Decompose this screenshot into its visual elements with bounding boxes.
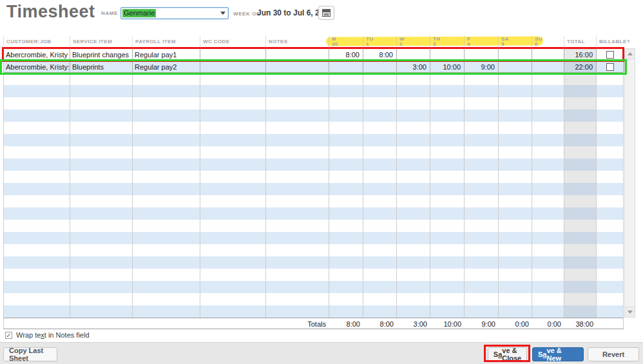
cell-day-su[interactable] bbox=[532, 146, 564, 158]
cell-day-th[interactable] bbox=[430, 158, 465, 171]
cell-wc-code[interactable] bbox=[200, 281, 266, 293]
cell-day-m[interactable] bbox=[329, 183, 363, 195]
cell-day-w[interactable] bbox=[397, 195, 430, 207]
cell-day-w[interactable] bbox=[397, 97, 430, 110]
cell-day-th[interactable] bbox=[430, 73, 465, 85]
cell-day-sa[interactable] bbox=[499, 146, 532, 158]
cell-service-item[interactable] bbox=[70, 171, 133, 183]
cell-day-tu[interactable] bbox=[363, 232, 397, 244]
cell-day-sa[interactable] bbox=[499, 49, 532, 60]
cell-day-w[interactable]: 3:00 bbox=[397, 61, 430, 72]
cell-notes[interactable] bbox=[266, 110, 329, 122]
cell-day-th[interactable] bbox=[430, 122, 465, 134]
cell-day-tu[interactable] bbox=[363, 110, 397, 122]
cell-day-su[interactable] bbox=[532, 85, 564, 97]
cell-payroll-item[interactable] bbox=[133, 269, 200, 281]
cell-customer-job[interactable] bbox=[4, 256, 70, 269]
cell-wc-code[interactable] bbox=[200, 183, 266, 195]
cell-service-item[interactable]: Blueprint changes bbox=[70, 49, 133, 60]
cell-day-tu[interactable] bbox=[363, 269, 397, 281]
cell-day-sa[interactable] bbox=[499, 110, 532, 122]
cell-notes[interactable] bbox=[266, 49, 329, 60]
cell-payroll-item[interactable] bbox=[133, 195, 200, 207]
cell-payroll-item[interactable] bbox=[133, 293, 200, 305]
cell-day-f[interactable] bbox=[465, 293, 499, 305]
cell-day-su[interactable] bbox=[532, 195, 564, 207]
cell-customer-job[interactable] bbox=[4, 134, 70, 146]
cell-day-su[interactable] bbox=[532, 61, 564, 72]
cell-day-m[interactable] bbox=[329, 85, 363, 97]
cell-service-item[interactable] bbox=[70, 158, 133, 171]
cell-day-m[interactable] bbox=[329, 244, 363, 256]
cell-day-f[interactable] bbox=[465, 158, 499, 171]
cell-day-sa[interactable] bbox=[499, 97, 532, 110]
billable-checkbox[interactable] bbox=[606, 51, 614, 59]
cell-customer-job[interactable] bbox=[4, 195, 70, 207]
cell-day-w[interactable] bbox=[397, 305, 430, 318]
cell-day-tu[interactable]: 8:00 bbox=[363, 49, 397, 60]
cell-day-th[interactable] bbox=[430, 195, 465, 207]
cell-day-su[interactable] bbox=[532, 171, 564, 183]
cell-payroll-item[interactable] bbox=[133, 256, 200, 269]
name-combobox[interactable]: Genmarie bbox=[120, 7, 229, 19]
cell-payroll-item[interactable] bbox=[133, 281, 200, 293]
cell-day-sa[interactable] bbox=[499, 85, 532, 97]
cell-wc-code[interactable] bbox=[200, 171, 266, 183]
cell-day-th[interactable] bbox=[430, 293, 465, 305]
cell-day-su[interactable] bbox=[532, 49, 564, 60]
cell-day-m[interactable] bbox=[329, 110, 363, 122]
cell-day-tu[interactable] bbox=[363, 293, 397, 305]
cell-service-item[interactable] bbox=[70, 232, 133, 244]
cell-day-th[interactable] bbox=[430, 183, 465, 195]
cell-day-tu[interactable] bbox=[363, 195, 397, 207]
cell-day-f[interactable] bbox=[465, 146, 499, 158]
cell-payroll-item[interactable] bbox=[133, 220, 200, 232]
cell-day-tu[interactable] bbox=[363, 281, 397, 293]
cell-day-su[interactable] bbox=[532, 73, 564, 85]
cell-payroll-item[interactable] bbox=[133, 244, 200, 256]
cell-wc-code[interactable] bbox=[200, 158, 266, 171]
cell-day-sa[interactable] bbox=[499, 158, 532, 171]
billable-checkbox[interactable] bbox=[606, 63, 614, 71]
cell-wc-code[interactable] bbox=[200, 293, 266, 305]
cell-notes[interactable] bbox=[266, 220, 329, 232]
cell-day-m[interactable] bbox=[329, 146, 363, 158]
cell-wc-code[interactable] bbox=[200, 85, 266, 97]
cell-day-sa[interactable] bbox=[499, 293, 532, 305]
cell-wc-code[interactable] bbox=[200, 61, 266, 72]
cell-day-th[interactable] bbox=[430, 220, 465, 232]
cell-day-m[interactable] bbox=[329, 305, 363, 318]
cell-payroll-item[interactable] bbox=[133, 110, 200, 122]
save-and-close-button[interactable]: Save & Close bbox=[488, 347, 527, 361]
cell-day-sa[interactable] bbox=[499, 256, 532, 269]
cell-day-w[interactable] bbox=[397, 244, 430, 256]
cell-day-th[interactable] bbox=[430, 171, 465, 183]
save-and-new-button[interactable]: Save & New bbox=[532, 347, 584, 361]
cell-day-f[interactable] bbox=[465, 269, 499, 281]
cell-day-tu[interactable] bbox=[363, 171, 397, 183]
cell-wc-code[interactable] bbox=[200, 73, 266, 85]
cell-day-sa[interactable] bbox=[499, 195, 532, 207]
cell-day-sa[interactable] bbox=[499, 281, 532, 293]
cell-service-item[interactable] bbox=[70, 146, 133, 158]
cell-service-item[interactable] bbox=[70, 256, 133, 269]
cell-service-item[interactable] bbox=[70, 207, 133, 220]
scroll-down-button[interactable] bbox=[625, 307, 635, 317]
cell-day-su[interactable] bbox=[532, 269, 564, 281]
cell-day-m[interactable] bbox=[329, 61, 363, 72]
cell-day-th[interactable] bbox=[430, 97, 465, 110]
cell-wc-code[interactable] bbox=[200, 305, 266, 318]
cell-day-th[interactable] bbox=[430, 232, 465, 244]
cell-customer-job[interactable] bbox=[4, 293, 70, 305]
revert-button[interactable]: Revert bbox=[588, 347, 639, 361]
cell-notes[interactable] bbox=[266, 232, 329, 244]
cell-day-m[interactable] bbox=[329, 195, 363, 207]
cell-day-w[interactable] bbox=[397, 134, 430, 146]
cell-day-su[interactable] bbox=[532, 134, 564, 146]
cell-day-sa[interactable] bbox=[499, 269, 532, 281]
cell-day-f[interactable] bbox=[465, 49, 499, 60]
cell-notes[interactable] bbox=[266, 158, 329, 171]
cell-day-m[interactable] bbox=[329, 232, 363, 244]
cell-day-tu[interactable] bbox=[363, 158, 397, 171]
cell-notes[interactable] bbox=[266, 61, 329, 72]
